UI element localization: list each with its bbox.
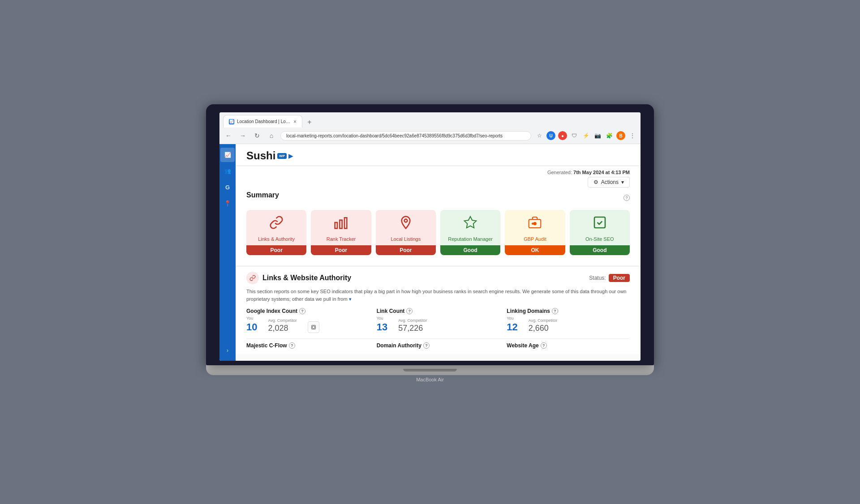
- link-count-values: You 13 Avg. Competitor 57,226: [377, 316, 500, 333]
- forward-button[interactable]: →: [237, 130, 248, 141]
- people-icon: 👥: [224, 168, 231, 174]
- url-text: local-marketing-reports.com/location-das…: [286, 133, 503, 138]
- main-section: Generated: 7th May 2024 at 4:13 PM ⚙ Act…: [236, 166, 641, 266]
- new-tab-button[interactable]: +: [304, 117, 315, 128]
- card-reputation-manager[interactable]: Reputation Manager Good: [440, 210, 500, 255]
- summary-cards: Links & Authority Poor: [246, 210, 630, 255]
- svg-text:G: G: [533, 222, 536, 226]
- sidebar-item-people[interactable]: 👥: [220, 164, 235, 178]
- actions-button[interactable]: ⚙ Actions ▾: [588, 177, 630, 188]
- reputation-manager-label: Reputation Manager: [448, 236, 493, 242]
- google-index-avg-label: Avg. Competitor: [268, 318, 297, 323]
- lightning-icon[interactable]: ⚡: [581, 131, 590, 140]
- read-more-link[interactable]: ▾: [349, 296, 352, 302]
- google-index-values: You 10 Avg. Competitor 2,028: [246, 316, 370, 333]
- google-index-avg-value: 2,028: [268, 324, 297, 333]
- laptop-base: [206, 365, 654, 375]
- link-count-avg-label: Avg. Competitor: [398, 318, 427, 323]
- metric-linking-domains: Linking Domains ? You 12 Avg. C: [507, 308, 630, 333]
- extension-icon[interactable]: 🧩: [605, 131, 614, 140]
- google-index-you-col: You 10: [246, 316, 257, 333]
- sidebar: 📈 👥 G 📍 ›: [219, 144, 236, 361]
- sidebar-item-chart[interactable]: 📈: [220, 148, 235, 162]
- shield-icon[interactable]: 🛡: [570, 131, 579, 140]
- home-button[interactable]: ⌂: [266, 130, 277, 141]
- google-index-screenshot-col: [308, 321, 319, 333]
- status-label: Status:: [589, 275, 606, 281]
- browser-tab-active[interactable]: 📈 Location Dashboard | Local S... ×: [223, 115, 302, 128]
- summary-help-icon[interactable]: ?: [624, 195, 630, 201]
- card-local-listings[interactable]: Local Listings Poor: [376, 210, 436, 255]
- refresh-button[interactable]: ↻: [252, 130, 262, 141]
- bookmark-icon[interactable]: ☆: [535, 131, 544, 140]
- on-site-seo-status: Good: [570, 245, 630, 255]
- metric-google-index-count: Google Index Count ? You 10 Avg: [246, 308, 370, 333]
- website-age-title: Website Age ?: [507, 342, 630, 349]
- authority-heading: Links & Website Authority: [246, 272, 351, 284]
- linking-domains-avg-col: Avg. Competitor 2,660: [529, 318, 557, 333]
- linking-domains-avg-label: Avg. Competitor: [529, 318, 557, 323]
- website-age-help-icon[interactable]: ?: [541, 342, 547, 349]
- location-pin-icon: 📍: [224, 200, 231, 207]
- rank-tracker-status: Poor: [311, 245, 371, 255]
- ublock-icon[interactable]: U: [546, 131, 555, 140]
- google-index-title: Google Index Count ?: [246, 308, 370, 314]
- linking-domains-title: Linking Domains ?: [507, 308, 630, 314]
- profile-icon[interactable]: B: [616, 131, 625, 140]
- address-bar[interactable]: local-marketing-reports.com/location-das…: [280, 131, 531, 141]
- majestic-cflow-help-icon[interactable]: ?: [289, 342, 295, 349]
- link-count-help-icon[interactable]: ?: [406, 308, 413, 314]
- majestic-cflow-title: Majestic C-Flow ?: [246, 342, 370, 349]
- linking-domains-you-label: You: [507, 316, 517, 320]
- logo-text: Sushi: [246, 149, 275, 162]
- content-area: 📈 👥 G 📍 ›: [219, 144, 641, 361]
- page-header: Sushi WP ▶: [236, 144, 641, 166]
- screenshot-button[interactable]: [308, 321, 319, 333]
- card-on-site-seo[interactable]: On-Site SEO Good: [570, 210, 630, 255]
- google-index-you-value: 10: [246, 321, 257, 333]
- on-site-seo-icon: [593, 215, 607, 233]
- linking-domains-label: Linking Domains: [507, 308, 550, 314]
- actions-label: Actions: [601, 179, 619, 185]
- authority-status-value: Poor: [609, 274, 630, 282]
- svg-rect-0: [335, 222, 337, 228]
- google-icon: G: [225, 184, 230, 191]
- chevron-down-icon: ▾: [621, 179, 624, 185]
- svg-point-3: [404, 219, 407, 222]
- gear-icon: ⚙: [593, 179, 598, 185]
- links-authority-status: Poor: [246, 245, 306, 255]
- security-icon[interactable]: ●: [558, 131, 567, 140]
- google-index-help-icon[interactable]: ?: [299, 308, 305, 314]
- card-rank-tracker[interactable]: Rank Tracker Poor: [311, 210, 371, 255]
- menu-icon[interactable]: ⋮: [628, 131, 637, 140]
- actions-bar: ⚙ Actions ▾: [246, 177, 630, 188]
- link-count-you-label: You: [377, 316, 387, 320]
- links-authority-icon: [269, 215, 284, 233]
- linking-domains-help-icon[interactable]: ?: [552, 308, 558, 314]
- link-count-you-value: 13: [377, 321, 387, 333]
- majestic-cflow-label: Majestic C-Flow: [246, 342, 287, 349]
- reputation-manager-icon: [463, 215, 477, 233]
- camera-icon[interactable]: 📷: [593, 131, 602, 140]
- link-count-avg-col: Avg. Competitor 57,226: [398, 318, 427, 333]
- generated-date: 7th May 2024 at 4:13 PM: [573, 170, 630, 175]
- card-gbp-audit[interactable]: G GBP Audit OK: [505, 210, 565, 255]
- more-metrics-grid: Majestic C-Flow ? Domain Authority ?: [246, 338, 630, 349]
- back-button[interactable]: ←: [223, 130, 234, 141]
- gbp-audit-status: OK: [505, 245, 565, 255]
- card-links-authority[interactable]: Links & Authority Poor: [246, 210, 306, 255]
- domain-authority-help-icon[interactable]: ?: [423, 342, 430, 349]
- svg-rect-1: [340, 220, 342, 229]
- sidebar-expand-button[interactable]: ›: [227, 347, 228, 357]
- svg-rect-10: [312, 326, 314, 329]
- logo-area: Sushi WP ▶: [246, 149, 630, 162]
- logo-badge: WP: [277, 153, 287, 159]
- svg-marker-4: [464, 217, 477, 228]
- sidebar-item-google[interactable]: G: [220, 180, 235, 194]
- tab-close-button[interactable]: ×: [293, 119, 297, 125]
- link-count-you-col: You 13: [377, 316, 387, 333]
- google-index-label: Google Index Count: [246, 308, 297, 314]
- gbp-audit-label: GBP Audit: [524, 236, 546, 242]
- generated-info: Generated: 7th May 2024 at 4:13 PM: [246, 170, 630, 175]
- sidebar-item-location[interactable]: 📍: [220, 196, 235, 210]
